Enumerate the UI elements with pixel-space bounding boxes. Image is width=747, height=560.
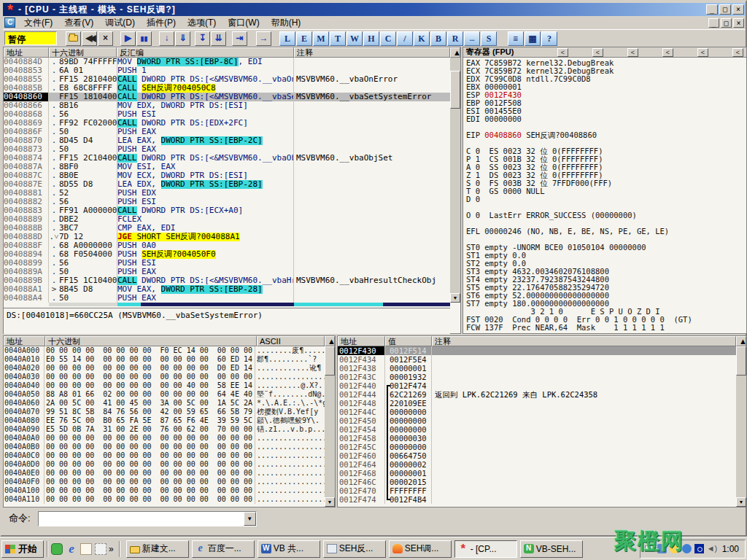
dump-col-hex[interactable]: 十六进制 bbox=[45, 336, 257, 346]
disasm-row[interactable]: 00408869.FF92 FC020000CALL DWORD PTR DS:… bbox=[4, 119, 450, 128]
dump-row[interactable]: 0040A07099 51 8C 5B 84 76 56 00 42 00 59… bbox=[4, 408, 335, 416]
stack-row[interactable]: 0012F45000000000 bbox=[338, 416, 746, 425]
disasm-row[interactable]: 00408853.6A 01PUSH 1 bbox=[4, 66, 450, 75]
toolbar-letter-E-button[interactable]: E bbox=[296, 31, 312, 46]
taskbar-task-active[interactable]: *- [CP... bbox=[454, 540, 517, 558]
mdi-restore-button[interactable]: □ bbox=[721, 18, 732, 28]
pause-button[interactable]: ▮▮ bbox=[136, 31, 152, 46]
dump-row[interactable]: 0040A0A000 00 00 00 00 00 00 00 00 00 00… bbox=[4, 434, 335, 443]
dump-row[interactable]: 0040A10000 00 00 00 00 00 00 00 00 00 00… bbox=[4, 486, 335, 495]
dump-row[interactable]: 0040A0B000 00 00 00 00 00 00 00 00 00 00… bbox=[4, 443, 335, 451]
mdi-minimize-button[interactable]: _ bbox=[708, 18, 719, 28]
volume-icon[interactable]: ◄) bbox=[707, 544, 716, 553]
disasm-row[interactable]: 004088A1>8B45 D8MOV EAX, DWORD PTR SS:[E… bbox=[4, 285, 450, 294]
disasm-row[interactable]: 00408855.FF15 28104000CALL DWORD PTR DS:… bbox=[4, 75, 450, 84]
registers-unfold-button-5[interactable]: < bbox=[732, 48, 743, 57]
disasm-row[interactable]: 0040889B.FF15 1C104000CALL DWORD PTR DS:… bbox=[4, 276, 450, 285]
goto-button[interactable]: → bbox=[256, 31, 271, 46]
stack-row[interactable]: 0012F4340012F5E4 bbox=[338, 355, 746, 364]
dump-row[interactable]: 0040A0602A 00 5C 00 41 00 45 00 3A 00 5C… bbox=[4, 399, 335, 408]
dump-row[interactable]: 0040A010E0 55 14 00 00 00 00 00 00 00 00… bbox=[4, 355, 335, 364]
command-dropdown-button[interactable]: ▼ bbox=[244, 512, 256, 526]
taskbar-task-button[interactable]: SEH反... bbox=[323, 540, 386, 558]
command-input[interactable] bbox=[39, 512, 244, 526]
toolbar-letter-H-button[interactable]: H bbox=[363, 31, 379, 46]
menu-item[interactable]: 文件(F) bbox=[18, 15, 58, 31]
stack-row[interactable]: 0012F470FFFFFFFF bbox=[338, 486, 746, 495]
stack-scroll-down[interactable]: ▼ bbox=[736, 497, 746, 507]
disasm-row[interactable]: 00408889.DBE2FCLEX bbox=[4, 215, 450, 224]
registers-unfold-button-0[interactable]: < bbox=[557, 48, 568, 57]
disasm-scroll-thumb[interactable] bbox=[450, 71, 460, 109]
stack-row[interactable]: 0012F43C00001932 bbox=[338, 373, 746, 381]
mdi-close-button[interactable]: × bbox=[733, 18, 744, 28]
dump-row[interactable]: 0040A02000 00 00 00 00 00 00 00 00 00 00… bbox=[4, 364, 335, 373]
disasm-row[interactable]: 00408873.50PUSH EAX bbox=[4, 145, 450, 154]
menu-item[interactable]: 查看(V) bbox=[58, 15, 99, 31]
disasm-scrollbar[interactable]: ▼ bbox=[450, 58, 460, 303]
disasm-scroll-top[interactable]: ▲ bbox=[450, 47, 460, 58]
stack-scroll-top[interactable]: ▲ bbox=[736, 336, 746, 346]
disasm-row[interactable]: 0040888F.68 A0000000PUSH 0A0 bbox=[4, 241, 450, 250]
disasm-row[interactable]: 0040889A.50PUSH EAX bbox=[4, 268, 450, 276]
dump-row[interactable]: 0040A0E000 00 00 00 00 00 00 00 00 00 00… bbox=[4, 469, 335, 478]
quick-launch-overflow[interactable]: » bbox=[107, 544, 116, 554]
disasm-row[interactable]: 0040886F.50PUSH EAX bbox=[4, 128, 450, 136]
toolbar-letter-slash-button[interactable]: / bbox=[397, 31, 413, 46]
picture-icon[interactable] bbox=[80, 543, 92, 555]
disasm-row[interactable]: 004088A4.50PUSH EAX bbox=[4, 294, 450, 303]
minimize-button[interactable]: _ bbox=[706, 4, 718, 15]
stack-scrollbar[interactable]: ▼ bbox=[736, 346, 746, 507]
exec-till-return-button[interactable]: ⇥ bbox=[232, 31, 247, 46]
stack-col-address[interactable]: 地址 bbox=[338, 336, 385, 346]
toolbar-letter-R-button[interactable]: R bbox=[447, 31, 463, 46]
menu-item[interactable]: 插件(P) bbox=[141, 15, 182, 31]
update-icon[interactable] bbox=[670, 544, 679, 553]
disasm-row[interactable]: 00408868.56PUSH ESI bbox=[4, 110, 450, 119]
toolbar-letter-K-button[interactable]: K bbox=[414, 31, 430, 46]
registers-unfold-button-3[interactable]: < bbox=[662, 48, 673, 57]
disasm-scroll-down[interactable]: ▼ bbox=[450, 293, 460, 303]
registers-unfold-button-1[interactable]: < bbox=[592, 48, 603, 57]
stack-row[interactable]: 0012F4300012F514 bbox=[338, 346, 746, 355]
disasm-row[interactable]: 00408874.FF15 2C104000CALL DWORD PTR DS:… bbox=[4, 154, 450, 163]
desktop-icon[interactable] bbox=[95, 543, 107, 555]
disasm-row[interactable]: 0040887C.8B0EMOV ECX, DWORD PTR DS:[ESI] bbox=[4, 171, 450, 180]
dump-row[interactable]: 0040A0F000 00 00 00 00 00 00 00 00 00 00… bbox=[4, 478, 335, 486]
registers-unfold-button-4[interactable]: < bbox=[697, 48, 708, 57]
signal-icon[interactable] bbox=[694, 544, 704, 553]
dump-row[interactable]: 0040A04000 00 00 00 00 00 00 00 00 00 40… bbox=[4, 381, 335, 390]
taskbar-task-button[interactable]: WVB 共... bbox=[258, 540, 320, 558]
toolbar-letter-T-button[interactable]: T bbox=[330, 31, 346, 46]
stack-row[interactable]: 0012F45C00000000 bbox=[338, 443, 746, 451]
dump-row[interactable]: 0040A090E5 5D 0B 7A 31 00 2E 00 76 00 62… bbox=[4, 425, 335, 434]
disasm-row[interactable]: 00408899.56PUSH ESI bbox=[4, 259, 450, 268]
toolbar-letter-M-button[interactable]: M bbox=[313, 31, 329, 46]
messenger-icon[interactable] bbox=[51, 543, 63, 555]
ie-q-icon[interactable]: e bbox=[66, 543, 77, 555]
appearance-button[interactable]: ▦ bbox=[525, 31, 541, 46]
registers-unfold-button-2[interactable]: < bbox=[627, 48, 638, 57]
maximize-button[interactable]: □ bbox=[719, 4, 731, 15]
dump-col-ascii[interactable]: ASCII bbox=[257, 336, 325, 346]
disasm-row[interactable]: 0040888B.3BC7CMP EAX, EDI bbox=[4, 224, 450, 233]
disasm-col-disasm[interactable]: 反汇编 bbox=[117, 47, 294, 58]
stack-col-value[interactable]: 值 bbox=[385, 336, 432, 346]
dump-row[interactable]: 0040A03000 00 00 00 00 00 00 00 00 00 00… bbox=[4, 373, 335, 381]
language-icon[interactable] bbox=[657, 544, 667, 553]
step-over-button[interactable]: ⇓ bbox=[175, 31, 190, 46]
restart-button[interactable]: ◀◀ bbox=[82, 31, 97, 46]
trace-into-button[interactable]: ↧ bbox=[195, 31, 210, 46]
taskbar-task-button[interactable]: 新建文... bbox=[126, 540, 189, 558]
dump-row[interactable]: 0040A11000 00 00 00 00 00 00 00 00 00 00… bbox=[4, 495, 335, 504]
disasm-row[interactable]: 0040887A.8BF0MOV ESI, EAX bbox=[4, 163, 450, 171]
toolbar-letter-C-button[interactable]: C bbox=[380, 31, 396, 46]
taskbar-task-button[interactable]: e百度一... bbox=[192, 540, 255, 558]
disasm-row[interactable]: 00408883.FF91 A0000000CALL DWORD PTR DS:… bbox=[4, 206, 450, 215]
dump-scroll-thumb[interactable] bbox=[325, 346, 335, 376]
help-button[interactable]: ? bbox=[541, 31, 557, 46]
disasm-col-comment[interactable]: 注释 bbox=[294, 47, 450, 58]
stack-row[interactable]: 0012F46800000001 bbox=[338, 469, 746, 478]
stack-col-comment[interactable]: 注释 bbox=[432, 336, 736, 346]
dump-col-address[interactable]: 地址 bbox=[4, 336, 45, 346]
